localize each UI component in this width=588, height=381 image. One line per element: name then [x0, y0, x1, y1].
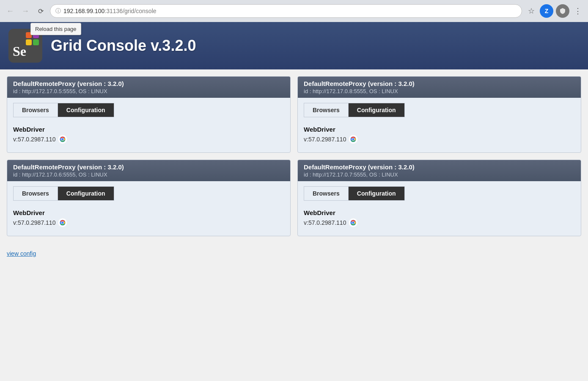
proxy-body-4: Browsers Configuration WebDriver v:57.0.… [298, 181, 581, 236]
selenium-header: Se Grid Console v.3.2.0 [0, 22, 588, 69]
proxy-header-1: DefaultRemoteProxy (version : 3.2.0) id … [7, 77, 290, 98]
tab-configuration-4[interactable]: Configuration [348, 186, 405, 201]
tab-configuration-3[interactable]: Configuration [58, 186, 114, 201]
proxy-title-1: DefaultRemoteProxy (version : 3.2.0) [13, 80, 284, 87]
chrome-icon-2 [349, 135, 358, 144]
proxy-body-3: Browsers Configuration WebDriver v:57.0.… [7, 181, 290, 236]
tab-configuration-1[interactable]: Configuration [58, 103, 114, 117]
chrome-icon-4 [349, 218, 358, 227]
forward-button[interactable]: → [19, 5, 31, 17]
tab-browsers-1[interactable]: Browsers [13, 103, 58, 117]
proxy-card-4: DefaultRemoteProxy (version : 3.2.0) id … [297, 160, 581, 236]
proxy-header-4: DefaultRemoteProxy (version : 3.2.0) id … [298, 160, 581, 181]
info-icon: ⓘ [55, 7, 61, 15]
tab-bar-3: Browsers Configuration [13, 186, 284, 201]
svg-point-7 [352, 138, 354, 140]
address-bar[interactable]: ⓘ 192.168.99.100:31136/grid/console [50, 4, 522, 18]
chrome-icon-1 [58, 135, 67, 144]
proxy-title-3: DefaultRemoteProxy (version : 3.2.0) [13, 163, 284, 171]
proxy-card-2: DefaultRemoteProxy (version : 3.2.0) id … [297, 76, 581, 153]
zoom-extension-button[interactable]: Z [540, 4, 553, 18]
chrome-icon-3 [58, 218, 67, 227]
url-host: 192.168.99.100 [63, 8, 104, 14]
webdriver-label-2: WebDriver [304, 126, 575, 133]
page-title: Grid Console v.3.2.0 [51, 37, 196, 55]
url-path: :31136/grid/console [104, 8, 156, 14]
webdriver-label-4: WebDriver [304, 209, 575, 216]
proxy-body-1: Browsers Configuration WebDriver v:57.0.… [7, 98, 290, 152]
view-config-link[interactable]: view config [7, 250, 36, 257]
reload-container: ⟳ Reload this page [35, 5, 47, 17]
version-text-1: v:57.0.2987.110 [13, 136, 55, 143]
back-button[interactable]: ← [4, 5, 16, 17]
proxy-id-2: id : http://172.17.0.8:5555, OS : LINUX [304, 88, 575, 94]
toolbar-right: ☆ Z ⋮ [525, 4, 584, 18]
proxy-title-2: DefaultRemoteProxy (version : 3.2.0) [304, 80, 575, 87]
tab-bar-4: Browsers Configuration [304, 186, 575, 201]
page-content: Se Grid Console v.3.2.0 DefaultRemotePro… [0, 22, 588, 268]
proxy-card-3: DefaultRemoteProxy (version : 3.2.0) id … [7, 160, 291, 236]
version-text-4: v:57.0.2987.110 [304, 219, 346, 226]
browser-info-1: WebDriver v:57.0.2987.110 [13, 122, 284, 147]
shield-icon [559, 8, 566, 14]
version-row-1: v:57.0.2987.110 [13, 135, 284, 144]
proxy-id-4: id : http://172.17.0.7:5555, OS : LINUX [304, 171, 575, 178]
tab-configuration-2[interactable]: Configuration [348, 103, 405, 117]
proxy-card-1: DefaultRemoteProxy (version : 3.2.0) id … [7, 76, 291, 153]
version-text-3: v:57.0.2987.110 [13, 219, 55, 226]
browser-toolbar: ← → ⟳ Reload this page ⓘ 192.168.99.100:… [0, 0, 588, 22]
svg-point-11 [62, 221, 64, 224]
svg-point-3 [62, 138, 64, 140]
tab-bar-1: Browsers Configuration [13, 103, 284, 117]
browser-info-4: WebDriver v:57.0.2987.110 [304, 206, 575, 231]
tab-bar-2: Browsers Configuration [304, 103, 575, 117]
reload-tooltip: Reload this page [30, 23, 81, 35]
svg-point-15 [352, 221, 354, 224]
tab-browsers-2[interactable]: Browsers [304, 103, 348, 117]
se-letter: Se [13, 44, 26, 59]
proxy-title-4: DefaultRemoteProxy (version : 3.2.0) [304, 163, 575, 171]
chrome-menu-button[interactable]: ⋮ [572, 5, 584, 17]
tab-browsers-4[interactable]: Browsers [304, 186, 348, 201]
shield-extension-button[interactable] [556, 4, 569, 18]
version-row-2: v:57.0.2987.110 [304, 135, 575, 144]
browser-info-3: WebDriver v:57.0.2987.110 [13, 206, 284, 231]
browser-info-2: WebDriver v:57.0.2987.110 [304, 122, 575, 147]
version-row-4: v:57.0.2987.110 [304, 218, 575, 227]
version-row-3: v:57.0.2987.110 [13, 218, 284, 227]
tab-browsers-3[interactable]: Browsers [13, 186, 58, 201]
dot-yellow [26, 39, 32, 45]
proxy-id-3: id : http://172.17.0.6:5555, OS : LINUX [13, 171, 284, 178]
proxy-body-2: Browsers Configuration WebDriver v:57.0.… [298, 98, 581, 152]
page-footer: view config [0, 243, 588, 268]
url-text: 192.168.99.100:31136/grid/console [63, 8, 517, 14]
proxy-grid: DefaultRemoteProxy (version : 3.2.0) id … [0, 69, 588, 243]
proxy-header-3: DefaultRemoteProxy (version : 3.2.0) id … [7, 160, 290, 181]
browser-chrome: ← → ⟳ Reload this page ⓘ 192.168.99.100:… [0, 0, 588, 22]
version-text-2: v:57.0.2987.110 [304, 136, 346, 143]
reload-button[interactable]: ⟳ [35, 5, 47, 17]
bookmark-button[interactable]: ☆ [525, 5, 537, 17]
proxy-id-1: id : http://172.17.0.5:5555, OS : LINUX [13, 88, 284, 94]
webdriver-label-3: WebDriver [13, 209, 284, 216]
webdriver-label-1: WebDriver [13, 126, 284, 133]
dot-green [33, 39, 39, 45]
proxy-header-2: DefaultRemoteProxy (version : 3.2.0) id … [298, 77, 581, 98]
